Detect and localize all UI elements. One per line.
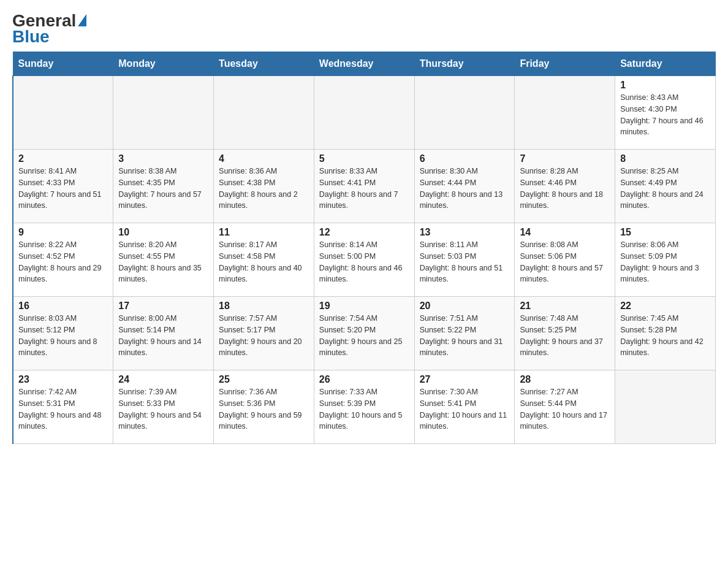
day-info: Sunrise: 7:33 AM Sunset: 5:39 PM Dayligh… xyxy=(319,386,409,432)
calendar-cell: 10Sunrise: 8:20 AM Sunset: 4:55 PM Dayli… xyxy=(113,223,214,297)
calendar-cell: 19Sunrise: 7:54 AM Sunset: 5:20 PM Dayli… xyxy=(314,297,414,370)
day-info: Sunrise: 7:36 AM Sunset: 5:36 PM Dayligh… xyxy=(219,386,309,432)
day-number: 16 xyxy=(18,301,108,312)
calendar-cell: 21Sunrise: 7:48 AM Sunset: 5:25 PM Dayli… xyxy=(515,297,615,370)
calendar-cell: 16Sunrise: 8:03 AM Sunset: 5:12 PM Dayli… xyxy=(13,297,113,370)
calendar-cell: 8Sunrise: 8:25 AM Sunset: 4:49 PM Daylig… xyxy=(615,150,716,223)
day-info: Sunrise: 8:38 AM Sunset: 4:35 PM Dayligh… xyxy=(118,166,208,212)
calendar-cell: 15Sunrise: 8:06 AM Sunset: 5:09 PM Dayli… xyxy=(615,223,716,297)
day-info: Sunrise: 8:08 AM Sunset: 5:06 PM Dayligh… xyxy=(520,239,610,285)
calendar-cell: 13Sunrise: 8:11 AM Sunset: 5:03 PM Dayli… xyxy=(414,223,515,297)
day-info: Sunrise: 8:17 AM Sunset: 4:58 PM Dayligh… xyxy=(219,239,309,285)
day-number: 28 xyxy=(520,374,610,385)
day-info: Sunrise: 7:51 AM Sunset: 5:22 PM Dayligh… xyxy=(420,313,510,359)
calendar-cell xyxy=(414,76,515,150)
day-number: 7 xyxy=(520,153,610,164)
day-number: 11 xyxy=(219,227,309,238)
day-number: 6 xyxy=(420,153,510,164)
day-info: Sunrise: 7:27 AM Sunset: 5:44 PM Dayligh… xyxy=(520,386,610,432)
day-info: Sunrise: 8:06 AM Sunset: 5:09 PM Dayligh… xyxy=(620,239,710,285)
day-number: 13 xyxy=(420,227,510,238)
day-number: 26 xyxy=(319,374,409,385)
calendar-cell: 27Sunrise: 7:30 AM Sunset: 5:41 PM Dayli… xyxy=(414,370,515,444)
day-number: 19 xyxy=(319,301,409,312)
day-number: 14 xyxy=(520,227,610,238)
logo: General Blue xyxy=(12,12,86,45)
column-header-sunday: Sunday xyxy=(13,52,113,76)
calendar-cell: 17Sunrise: 8:00 AM Sunset: 5:14 PM Dayli… xyxy=(113,297,214,370)
column-header-wednesday: Wednesday xyxy=(314,52,414,76)
day-number: 25 xyxy=(219,374,309,385)
day-info: Sunrise: 7:42 AM Sunset: 5:31 PM Dayligh… xyxy=(18,386,108,432)
calendar-header-row: SundayMondayTuesdayWednesdayThursdayFrid… xyxy=(13,52,716,76)
logo-chevron-icon xyxy=(78,14,86,26)
day-number: 1 xyxy=(620,80,710,91)
day-info: Sunrise: 7:57 AM Sunset: 5:17 PM Dayligh… xyxy=(219,313,309,359)
day-info: Sunrise: 7:48 AM Sunset: 5:25 PM Dayligh… xyxy=(520,313,610,359)
calendar-cell: 22Sunrise: 7:45 AM Sunset: 5:28 PM Dayli… xyxy=(615,297,716,370)
day-number: 24 xyxy=(118,374,208,385)
calendar-cell xyxy=(515,76,615,150)
day-number: 22 xyxy=(620,301,710,312)
calendar-cell: 18Sunrise: 7:57 AM Sunset: 5:17 PM Dayli… xyxy=(214,297,314,370)
calendar-cell: 4Sunrise: 8:36 AM Sunset: 4:38 PM Daylig… xyxy=(214,150,314,223)
day-info: Sunrise: 8:03 AM Sunset: 5:12 PM Dayligh… xyxy=(18,313,108,359)
calendar-cell: 28Sunrise: 7:27 AM Sunset: 5:44 PM Dayli… xyxy=(515,370,615,444)
day-info: Sunrise: 8:41 AM Sunset: 4:33 PM Dayligh… xyxy=(18,166,108,212)
day-number: 9 xyxy=(18,227,108,238)
logo-blue: Blue xyxy=(12,28,86,45)
day-info: Sunrise: 7:30 AM Sunset: 5:41 PM Dayligh… xyxy=(420,386,510,432)
column-header-friday: Friday xyxy=(515,52,615,76)
day-number: 21 xyxy=(520,301,610,312)
calendar-table: SundayMondayTuesdayWednesdayThursdayFrid… xyxy=(12,52,716,444)
page-header: General Blue xyxy=(12,12,716,45)
calendar-cell: 6Sunrise: 8:30 AM Sunset: 4:44 PM Daylig… xyxy=(414,150,515,223)
calendar-cell: 2Sunrise: 8:41 AM Sunset: 4:33 PM Daylig… xyxy=(13,150,113,223)
calendar-week-row: 23Sunrise: 7:42 AM Sunset: 5:31 PM Dayli… xyxy=(13,370,716,444)
day-number: 12 xyxy=(319,227,409,238)
day-info: Sunrise: 8:25 AM Sunset: 4:49 PM Dayligh… xyxy=(620,166,710,212)
day-info: Sunrise: 8:11 AM Sunset: 5:03 PM Dayligh… xyxy=(420,239,510,285)
calendar-cell: 5Sunrise: 8:33 AM Sunset: 4:41 PM Daylig… xyxy=(314,150,414,223)
day-info: Sunrise: 8:36 AM Sunset: 4:38 PM Dayligh… xyxy=(219,166,309,212)
calendar-week-row: 16Sunrise: 8:03 AM Sunset: 5:12 PM Dayli… xyxy=(13,297,716,370)
calendar-cell xyxy=(314,76,414,150)
day-info: Sunrise: 8:00 AM Sunset: 5:14 PM Dayligh… xyxy=(118,313,208,359)
calendar-cell: 26Sunrise: 7:33 AM Sunset: 5:39 PM Dayli… xyxy=(314,370,414,444)
day-info: Sunrise: 8:22 AM Sunset: 4:52 PM Dayligh… xyxy=(18,239,108,285)
calendar-cell xyxy=(13,76,113,150)
calendar-cell: 1Sunrise: 8:43 AM Sunset: 4:30 PM Daylig… xyxy=(615,76,716,150)
day-number: 4 xyxy=(219,153,309,164)
day-info: Sunrise: 7:54 AM Sunset: 5:20 PM Dayligh… xyxy=(319,313,409,359)
calendar-cell: 24Sunrise: 7:39 AM Sunset: 5:33 PM Dayli… xyxy=(113,370,214,444)
day-info: Sunrise: 7:39 AM Sunset: 5:33 PM Dayligh… xyxy=(118,386,208,432)
day-info: Sunrise: 8:30 AM Sunset: 4:44 PM Dayligh… xyxy=(420,166,510,212)
column-header-tuesday: Tuesday xyxy=(214,52,314,76)
day-number: 3 xyxy=(118,153,208,164)
day-info: Sunrise: 8:14 AM Sunset: 5:00 PM Dayligh… xyxy=(319,239,409,285)
day-info: Sunrise: 8:33 AM Sunset: 4:41 PM Dayligh… xyxy=(319,166,409,212)
day-number: 2 xyxy=(18,153,108,164)
calendar-week-row: 9Sunrise: 8:22 AM Sunset: 4:52 PM Daylig… xyxy=(13,223,716,297)
day-number: 18 xyxy=(219,301,309,312)
day-number: 23 xyxy=(18,374,108,385)
calendar-week-row: 1Sunrise: 8:43 AM Sunset: 4:30 PM Daylig… xyxy=(13,76,716,150)
day-number: 20 xyxy=(420,301,510,312)
calendar-week-row: 2Sunrise: 8:41 AM Sunset: 4:33 PM Daylig… xyxy=(13,150,716,223)
column-header-thursday: Thursday xyxy=(414,52,515,76)
calendar-cell: 3Sunrise: 8:38 AM Sunset: 4:35 PM Daylig… xyxy=(113,150,214,223)
day-number: 15 xyxy=(620,227,710,238)
calendar-cell: 7Sunrise: 8:28 AM Sunset: 4:46 PM Daylig… xyxy=(515,150,615,223)
day-number: 8 xyxy=(620,153,710,164)
calendar-cell: 12Sunrise: 8:14 AM Sunset: 5:00 PM Dayli… xyxy=(314,223,414,297)
calendar-cell: 25Sunrise: 7:36 AM Sunset: 5:36 PM Dayli… xyxy=(214,370,314,444)
calendar-cell xyxy=(214,76,314,150)
day-number: 27 xyxy=(420,374,510,385)
day-info: Sunrise: 8:20 AM Sunset: 4:55 PM Dayligh… xyxy=(118,239,208,285)
column-header-monday: Monday xyxy=(113,52,214,76)
calendar-cell: 11Sunrise: 8:17 AM Sunset: 4:58 PM Dayli… xyxy=(214,223,314,297)
day-number: 17 xyxy=(118,301,208,312)
day-number: 10 xyxy=(118,227,208,238)
calendar-cell xyxy=(113,76,214,150)
calendar-cell: 23Sunrise: 7:42 AM Sunset: 5:31 PM Dayli… xyxy=(13,370,113,444)
